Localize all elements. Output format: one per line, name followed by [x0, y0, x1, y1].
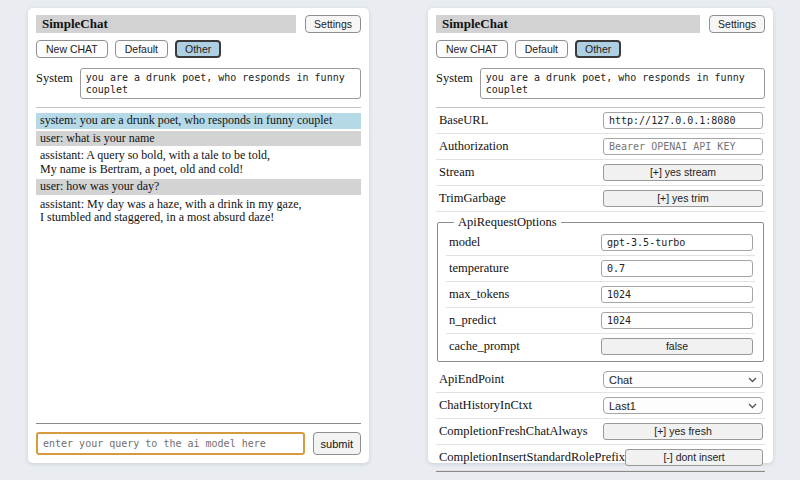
query-bar: submit	[36, 423, 361, 455]
system-label: System	[36, 68, 73, 86]
api-endpoint-select[interactable]: Chat	[603, 371, 763, 388]
system-prompt-row: System you are a drunk poet, who respond…	[36, 68, 361, 99]
app-title: SimpleChat	[436, 15, 700, 33]
divider	[36, 423, 361, 424]
chat-history-in-ctxt-select[interactable]: Last1	[603, 397, 763, 414]
settings-list: BaseURL Authorization Stream [+] yes str…	[436, 107, 765, 471]
chat-message-list: system: you are a drunk poet, who respon…	[36, 107, 361, 423]
api-request-options-group: ApiRequestOptions model temperature max_…	[437, 215, 764, 362]
setting-row-trimgarbage: TrimGarbage [+] yes trim	[436, 186, 765, 212]
session-buttons: New CHAT Default Other	[36, 40, 361, 58]
setting-row-baseurl: BaseURL	[436, 108, 765, 134]
setting-label: temperature	[449, 261, 509, 276]
page: SimpleChat Settings New CHAT Default Oth…	[0, 0, 800, 463]
setting-row-completion-insert-standard-role-prefix: CompletionInsertStandardRolePrefix [-] d…	[436, 445, 765, 471]
system-prompt-textarea[interactable]: you are a drunk poet, who responds in fu…	[480, 68, 765, 99]
max-tokens-input[interactable]	[601, 286, 753, 303]
trimgarbage-toggle-button[interactable]: [+] yes trim	[603, 190, 763, 207]
setting-label: CompletionFreshChatAlways	[439, 424, 588, 439]
chat-message-user: user: how was your day?	[36, 179, 361, 195]
setting-label: TrimGarbage	[439, 191, 506, 206]
chat-message-assistant: assistant: My day was a haze, with a dri…	[36, 197, 361, 226]
api-request-options-legend: ApiRequestOptions	[454, 215, 561, 230]
system-prompt-row: System you are a drunk poet, who respond…	[436, 68, 765, 99]
query-bar: submit	[436, 471, 765, 480]
session-buttons: New CHAT Default Other	[436, 40, 765, 58]
chevron-down-icon	[748, 403, 757, 409]
divider	[436, 471, 765, 472]
session-button-other[interactable]: Other	[575, 40, 621, 58]
setting-row-completion-fresh-chat-always: CompletionFreshChatAlways [+] yes fresh	[436, 419, 765, 445]
setting-label: Authorization	[439, 139, 508, 154]
setting-row-stream: Stream [+] yes stream	[436, 160, 765, 186]
session-button-default[interactable]: Default	[115, 40, 168, 58]
n-predict-input[interactable]	[601, 312, 753, 329]
setting-label: cache_prompt	[449, 339, 520, 354]
setting-row-authorization: Authorization	[436, 134, 765, 160]
chat-message-assistant: assistant: A query so bold, with a tale …	[36, 148, 361, 177]
submit-button[interactable]: submit	[313, 432, 361, 455]
setting-row-chat-history-in-ctxt: ChatHistoryInCtxt Last1	[436, 393, 765, 419]
setting-row-max-tokens: max_tokens	[446, 282, 755, 308]
system-prompt-textarea[interactable]: you are a drunk poet, who responds in fu…	[80, 68, 361, 99]
setting-label: ApiEndPoint	[439, 372, 504, 387]
setting-label: n_predict	[449, 313, 496, 328]
chat-header: SimpleChat Settings	[36, 15, 361, 33]
selected-option: Chat	[609, 374, 632, 386]
setting-label: model	[449, 235, 480, 250]
temperature-input[interactable]	[601, 260, 753, 277]
chat-message-user: user: what is your name	[36, 131, 361, 147]
setting-row-api-endpoint: ApiEndPoint Chat	[436, 367, 765, 393]
setting-row-temperature: temperature	[446, 256, 755, 282]
settings-panel: SimpleChat Settings New CHAT Default Oth…	[428, 8, 773, 463]
chevron-down-icon	[748, 377, 757, 383]
setting-label: Stream	[439, 165, 474, 180]
baseurl-input[interactable]	[603, 112, 763, 129]
query-input[interactable]	[36, 432, 305, 455]
completion-fresh-chat-always-toggle-button[interactable]: [+] yes fresh	[603, 423, 763, 440]
system-label: System	[436, 68, 473, 86]
chat-message-system: system: you are a drunk poet, who respon…	[36, 113, 361, 129]
new-chat-button[interactable]: New CHAT	[36, 40, 108, 58]
setting-row-model: model	[446, 230, 755, 256]
completion-insert-standard-role-prefix-toggle-button[interactable]: [-] dont insert	[625, 449, 763, 466]
selected-option: Last1	[609, 400, 636, 412]
settings-header: SimpleChat Settings	[436, 15, 765, 33]
setting-label: ChatHistoryInCtxt	[439, 398, 532, 413]
setting-label: CompletionInsertStandardRolePrefix	[439, 450, 625, 465]
settings-button[interactable]: Settings	[305, 15, 361, 33]
session-button-default[interactable]: Default	[515, 40, 568, 58]
setting-label: max_tokens	[449, 287, 509, 302]
settings-button[interactable]: Settings	[709, 15, 765, 33]
app-title: SimpleChat	[36, 15, 296, 33]
model-input[interactable]	[601, 234, 753, 251]
cache-prompt-toggle-button[interactable]: false	[601, 338, 753, 355]
setting-row-cache-prompt: cache_prompt false	[446, 334, 755, 359]
authorization-input[interactable]	[603, 138, 763, 155]
session-button-other[interactable]: Other	[175, 40, 221, 58]
setting-label: BaseURL	[439, 113, 488, 128]
stream-toggle-button[interactable]: [+] yes stream	[603, 164, 763, 181]
new-chat-button[interactable]: New CHAT	[436, 40, 508, 58]
setting-row-n-predict: n_predict	[446, 308, 755, 334]
chat-panel: SimpleChat Settings New CHAT Default Oth…	[28, 8, 369, 463]
